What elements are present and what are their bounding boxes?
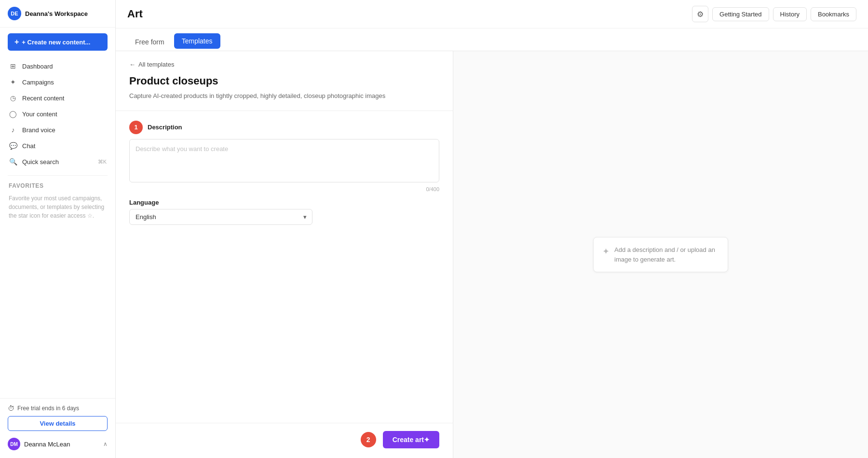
- shortcut-label: ⌘K: [98, 159, 107, 165]
- language-select-wrapper: English French Spanish German Italian Po…: [129, 209, 312, 225]
- dashboard-icon: ⊞: [9, 62, 17, 70]
- char-count: 0/400: [129, 186, 439, 192]
- create-button-label: + Create new content...: [22, 39, 90, 46]
- main-area: Art ⚙ Getting Started History Bookmarks …: [116, 0, 868, 458]
- user-info: DM Deanna McLean: [8, 438, 70, 450]
- generate-hint: ✦ Add a description and / or upload an i…: [593, 237, 728, 272]
- workspace-header: DE Deanna's Workspace: [0, 0, 115, 28]
- sidebar-item-label: Chat: [22, 142, 35, 150]
- chat-icon: 💬: [9, 141, 17, 150]
- tab-free-form[interactable]: Free form: [127, 34, 172, 50]
- tabs-bar: Free form Templates: [116, 28, 868, 51]
- right-panel: ✦ Add a description and / or upload an i…: [453, 51, 868, 458]
- sidebar-item-brand-voice[interactable]: ♪ Brand voice: [4, 122, 111, 138]
- description-textarea[interactable]: [129, 139, 439, 182]
- chevron-up-icon: ∧: [103, 441, 108, 447]
- left-panel: ← All templates Product closeups Capture…: [116, 51, 453, 458]
- sidebar-bottom: ⏱ Free trial ends in 6 days View details…: [0, 398, 115, 458]
- create-new-content-button[interactable]: + + Create new content...: [8, 33, 108, 51]
- user-avatar: DM: [8, 438, 20, 450]
- user-name: Deanna McLean: [24, 441, 70, 448]
- plus-icon: +: [14, 38, 19, 46]
- sidebar-item-label: Your content: [22, 111, 57, 118]
- tab-templates[interactable]: Templates: [174, 33, 220, 49]
- sidebar-item-label: Dashboard: [22, 63, 53, 70]
- bookmarks-button[interactable]: Bookmarks: [811, 7, 856, 21]
- create-art-button[interactable]: Create art✦: [383, 431, 439, 448]
- sidebar-item-quick-search[interactable]: 🔍 Quick search ⌘K: [4, 154, 111, 169]
- language-select[interactable]: English French Spanish German Italian Po…: [129, 209, 312, 225]
- sidebar-item-your-content[interactable]: ◯ Your content: [4, 106, 111, 122]
- language-label: Language: [129, 199, 439, 206]
- sidebar-item-dashboard[interactable]: ⊞ Dashboard: [4, 58, 111, 74]
- template-description: Capture AI-created products in tightly c…: [129, 91, 439, 101]
- sidebar-item-label: Quick search: [22, 158, 59, 166]
- trial-text: Free trial ends in 6 days: [17, 405, 79, 412]
- getting-started-button[interactable]: Getting Started: [712, 7, 769, 21]
- sidebar-item-recent-content[interactable]: ◷ Recent content: [4, 90, 111, 106]
- sidebar-item-label: Brand voice: [22, 126, 55, 134]
- brand-voice-icon: ♪: [9, 125, 17, 134]
- sidebar-item-label: Recent content: [22, 95, 64, 102]
- page-title: Art: [127, 8, 143, 20]
- sidebar-item-chat[interactable]: 💬 Chat: [4, 138, 111, 153]
- template-header: ← All templates Product closeups Capture…: [116, 51, 453, 111]
- recent-content-icon: ◷: [9, 94, 17, 102]
- view-details-button[interactable]: View details: [8, 416, 108, 431]
- sidebar-item-campaigns[interactable]: ✦ Campaigns: [4, 74, 111, 90]
- description-label: Description: [148, 124, 182, 131]
- sidebar-user[interactable]: DM Deanna McLean ∧: [8, 436, 108, 452]
- favorites-section-title: Favorites: [0, 180, 115, 191]
- favorites-empty-text: Favorite your most used campaigns, docum…: [0, 191, 115, 222]
- template-title: Product closeups: [129, 75, 439, 87]
- form-section: 1 Description 0/400 Language English Fre…: [116, 111, 453, 423]
- sidebar-nav: ⊞ Dashboard ✦ Campaigns ◷ Recent content…: [0, 56, 115, 171]
- step1-row: 1 Description: [129, 121, 439, 134]
- arrow-left-icon: ←: [129, 61, 136, 68]
- form-footer: 2 Create art✦: [116, 423, 453, 458]
- wand-icon: ✦: [602, 246, 610, 257]
- sidebar-divider: [8, 175, 108, 176]
- trial-icon: ⏱: [8, 404, 14, 412]
- content-area: ← All templates Product closeups Capture…: [116, 51, 868, 458]
- hint-text: Add a description and / or upload an ima…: [614, 245, 719, 264]
- your-content-icon: ◯: [9, 110, 17, 118]
- gear-icon: ⚙: [697, 10, 704, 19]
- back-to-templates-link[interactable]: ← All templates: [129, 61, 439, 68]
- sidebar: DE Deanna's Workspace + + Create new con…: [0, 0, 116, 458]
- sidebar-item-label: Campaigns: [22, 79, 54, 86]
- step1-badge: 1: [129, 121, 143, 134]
- search-icon: 🔍: [9, 157, 17, 166]
- step2-badge: 2: [361, 432, 376, 447]
- top-bar-actions: ⚙ Getting Started History Bookmarks: [692, 6, 856, 22]
- settings-button[interactable]: ⚙: [692, 6, 708, 22]
- history-button[interactable]: History: [773, 7, 807, 21]
- top-bar: Art ⚙ Getting Started History Bookmarks: [116, 0, 868, 28]
- campaigns-icon: ✦: [9, 78, 17, 86]
- trial-notice: ⏱ Free trial ends in 6 days: [8, 404, 108, 412]
- workspace-avatar: DE: [8, 7, 21, 20]
- back-link-label: All templates: [138, 61, 174, 68]
- workspace-name: Deanna's Workspace: [25, 10, 88, 17]
